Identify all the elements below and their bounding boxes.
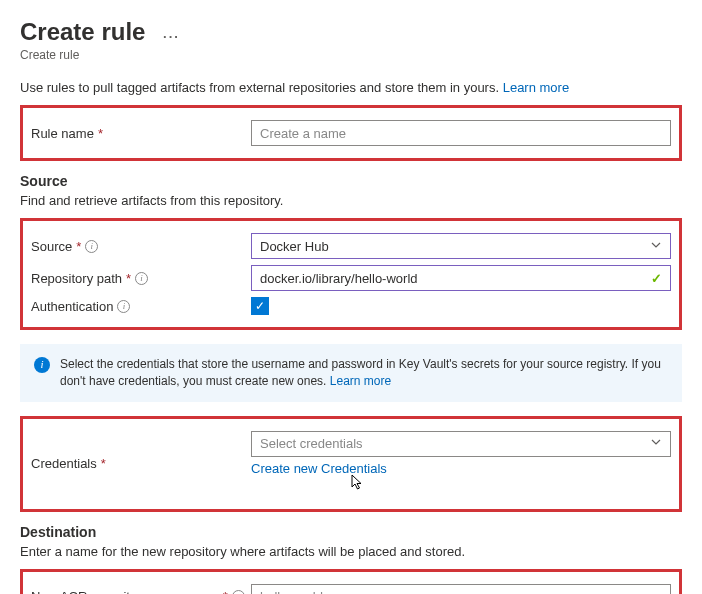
page-title: Create rule xyxy=(20,18,145,46)
highlight-destination: New ACR repository namespace * i xyxy=(20,569,682,594)
create-credentials-link[interactable]: Create new Credentials xyxy=(251,461,387,476)
authentication-checkbox[interactable]: ✓ xyxy=(251,297,269,315)
chevron-down-icon xyxy=(650,239,662,254)
intro-text: Use rules to pull tagged artifacts from … xyxy=(20,80,682,95)
info-icon[interactable]: i xyxy=(232,590,245,594)
credentials-info-notice: i Select the credentials that store the … xyxy=(20,344,682,402)
notice-learn-more-link[interactable]: Learn more xyxy=(330,374,391,388)
highlight-source: Source * i Docker Hub Repository path * … xyxy=(20,218,682,330)
highlight-credentials: Credentials * Select credentials Create … xyxy=(20,416,682,512)
source-section-desc: Find and retrieve artifacts from this re… xyxy=(20,193,682,208)
info-icon[interactable]: i xyxy=(135,272,148,285)
highlight-rule-name: Rule name * xyxy=(20,105,682,161)
authentication-label: Authentication i xyxy=(31,299,251,314)
required-asterisk: * xyxy=(98,126,103,141)
info-icon[interactable]: i xyxy=(117,300,130,313)
cursor-icon xyxy=(351,474,365,492)
destination-section-desc: Enter a name for the new repository wher… xyxy=(20,544,682,559)
info-icon: i xyxy=(34,357,50,373)
credentials-label: Credentials * xyxy=(31,456,251,471)
destination-section-title: Destination xyxy=(20,524,682,540)
source-select[interactable]: Docker Hub xyxy=(251,233,671,259)
info-icon[interactable]: i xyxy=(85,240,98,253)
chevron-down-icon xyxy=(650,436,662,451)
rule-name-label: Rule name * xyxy=(31,126,251,141)
more-menu-icon[interactable]: ··· xyxy=(163,29,180,44)
rule-name-input[interactable] xyxy=(251,120,671,146)
repo-path-label: Repository path * i xyxy=(31,271,251,286)
credentials-select[interactable]: Select credentials xyxy=(251,431,671,457)
repo-path-input[interactable]: docker.io/library/hello-world ✓ xyxy=(251,265,671,291)
valid-check-icon: ✓ xyxy=(651,271,662,286)
acr-namespace-input[interactable] xyxy=(251,584,671,594)
source-section-title: Source xyxy=(20,173,682,189)
intro-learn-more-link[interactable]: Learn more xyxy=(503,80,569,95)
acr-namespace-label: New ACR repository namespace * i xyxy=(31,589,251,594)
source-label: Source * i xyxy=(31,239,251,254)
page-subtitle: Create rule xyxy=(20,48,682,62)
